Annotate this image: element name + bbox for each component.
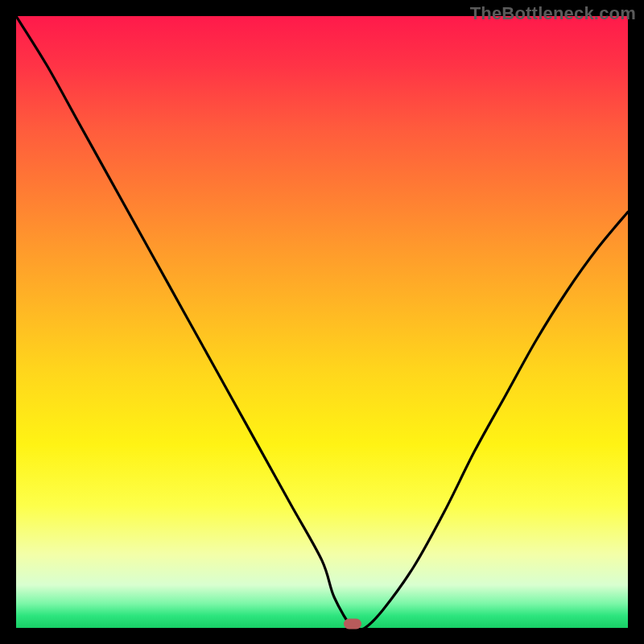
chart-frame: TheBottleneck.com (0, 0, 644, 644)
minimum-marker (344, 619, 361, 630)
bottleneck-curve (16, 16, 628, 628)
watermark-text: TheBottleneck.com (470, 3, 636, 24)
